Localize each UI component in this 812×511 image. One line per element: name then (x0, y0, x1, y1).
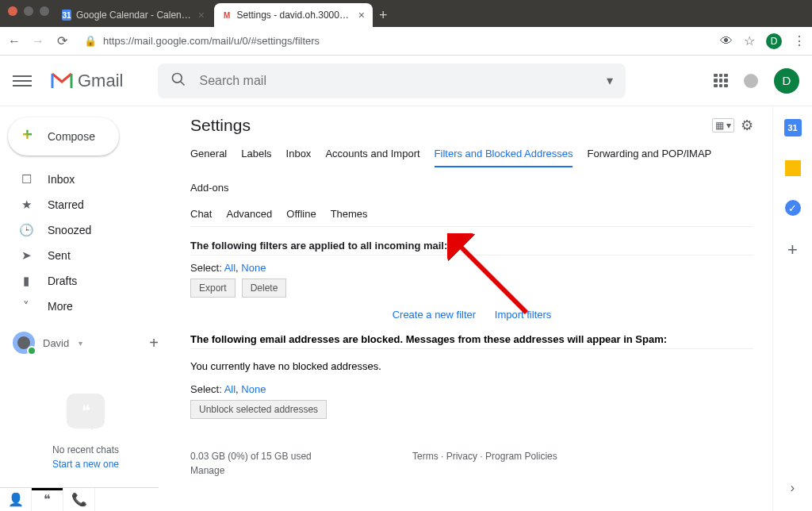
tab-inbox[interactable]: Inbox (286, 148, 312, 167)
hangouts-area: ❝ No recent chats Start a new one (0, 394, 171, 470)
select-all-link[interactable]: All (224, 262, 236, 274)
gear-icon[interactable]: ⚙ (741, 117, 753, 134)
select-none-link[interactable]: None (241, 262, 266, 274)
select-none-link[interactable]: None (241, 383, 266, 395)
settings-main: Settings ▦ ▾ ⚙ General Labels Inbox Acco… (171, 106, 772, 511)
calendar-addon-icon[interactable]: 31 (784, 119, 802, 136)
privacy-link[interactable]: Privacy (446, 451, 477, 462)
new-tab-button[interactable]: + (379, 7, 388, 27)
tab-filters[interactable]: Filters and Blocked Addresses (435, 148, 573, 167)
manage-storage-link[interactable]: Manage (190, 465, 312, 476)
compose-button[interactable]: Compose (8, 117, 119, 156)
select-row-blocked: Select: All, None (190, 383, 753, 395)
gmail-logo[interactable]: Gmail (51, 71, 123, 91)
hangouts-user-row[interactable]: David ▾ + (0, 324, 171, 362)
tab-general[interactable]: General (190, 148, 227, 167)
window-close-button[interactable] (8, 6, 17, 16)
tab-accounts[interactable]: Accounts and Import (325, 148, 419, 167)
tasks-addon-icon[interactable]: ✓ (785, 200, 801, 216)
hangouts-bubble-icon: ❝ (67, 394, 105, 428)
send-icon: ➤ (19, 248, 33, 263)
tab-close-icon[interactable]: × (358, 9, 365, 21)
browser-tab-gmail[interactable]: M Settings - david.oh.3000@gma × (214, 3, 373, 27)
tab-addons[interactable]: Add-ons (190, 182, 228, 200)
sidebar-item-drafts[interactable]: ▮Drafts (0, 268, 171, 294)
get-addons-plus-icon[interactable]: + (787, 240, 798, 260)
user-dropdown-caret-icon[interactable]: ▾ (79, 339, 82, 348)
search-input[interactable] (199, 74, 607, 88)
hamburger-menu-button[interactable] (13, 71, 32, 90)
keep-addon-icon[interactable] (785, 160, 801, 176)
export-button[interactable]: Export (190, 279, 236, 298)
sidebar-item-sent[interactable]: ➤Sent (0, 243, 171, 268)
tab-chat[interactable]: Chat (190, 208, 212, 226)
calendar-favicon: 31 (62, 10, 71, 21)
policies-link[interactable]: Program Policies (485, 451, 557, 462)
select-all-link[interactable]: All (224, 383, 236, 395)
contacts-tab-icon[interactable]: 👤 (0, 488, 32, 511)
hangouts-bottom-bar: 👤 ❝ 📞 (0, 487, 159, 511)
sidebar-item-label: More (48, 300, 73, 313)
hangouts-tab-icon[interactable]: ❝ (32, 488, 63, 511)
browser-tab-calendar[interactable]: 31 Google Calendar - Calendar sett × (54, 3, 213, 27)
phone-tab-icon[interactable]: 📞 (63, 488, 95, 511)
tab-title: Google Calendar - Calendar sett (76, 10, 193, 21)
svg-line-1 (181, 81, 185, 85)
drafts-icon: ▮ (19, 274, 33, 288)
back-button[interactable]: ← (6, 34, 22, 48)
unblock-button[interactable]: Unblock selected addresses (190, 400, 327, 419)
incognito-eye-icon[interactable]: 👁 (720, 34, 733, 48)
sidebar-item-snoozed[interactable]: 🕒Snoozed (0, 217, 171, 243)
gmail-header: Gmail ▾ D (0, 56, 812, 106)
import-filters-link[interactable]: Import filters (495, 309, 552, 321)
side-panel: 31 ✓ + › (772, 106, 812, 511)
browser-profile-avatar[interactable]: D (766, 33, 782, 49)
forward-button[interactable]: → (30, 34, 46, 48)
tab-offline[interactable]: Offline (286, 208, 316, 226)
no-blocked-text: You currently have no blocked addresses. (190, 360, 753, 372)
create-filter-link[interactable]: Create a new filter (393, 309, 477, 321)
url-text: https://mail.google.com/mail/u/0/#settin… (103, 35, 320, 47)
tab-labels[interactable]: Labels (241, 148, 271, 167)
apps-grid-icon[interactable] (714, 74, 728, 88)
filters-heading: The following filters are applied to all… (190, 240, 753, 252)
start-new-chat-link[interactable]: Start a new one (52, 459, 119, 470)
settings-title: Settings (190, 116, 251, 135)
sidebar-item-starred[interactable]: ★Starred (0, 192, 171, 217)
settings-tabs: General Labels Inbox Accounts and Import… (190, 148, 753, 200)
browser-menu-icon[interactable]: ⋮ (793, 33, 806, 48)
reload-button[interactable]: ⟳ (54, 33, 70, 48)
terms-link[interactable]: Terms (412, 451, 439, 462)
sidebar-item-label: Sent (48, 249, 71, 262)
sidebar-item-label: Drafts (48, 275, 77, 287)
window-minimize-button[interactable] (24, 6, 33, 16)
search-options-dropdown-icon[interactable]: ▾ (607, 73, 613, 88)
bookmark-star-icon[interactable]: ☆ (744, 33, 755, 48)
sidebar-item-label: Starred (48, 198, 84, 211)
tab-close-icon[interactable]: × (198, 9, 205, 21)
gmail-favicon: M (222, 10, 232, 21)
browser-toolbar: ← → ⟳ 🔒 https://mail.google.com/mail/u/0… (0, 27, 812, 56)
address-bar[interactable]: 🔒 https://mail.google.com/mail/u/0/#sett… (78, 35, 712, 47)
account-avatar[interactable]: D (774, 68, 799, 94)
gmail-brand-text: Gmail (78, 71, 123, 91)
tab-themes[interactable]: Themes (331, 208, 368, 226)
search-container: ▾ (158, 63, 626, 98)
search-icon[interactable] (170, 71, 186, 90)
notifications-icon[interactable] (744, 74, 758, 88)
svg-point-0 (173, 73, 182, 83)
new-conversation-plus-icon[interactable]: + (149, 334, 159, 352)
tab-title: Settings - david.oh.3000@gma (237, 10, 354, 21)
input-tools-icon[interactable]: ▦ ▾ (712, 118, 734, 133)
sidebar: Compose ☐Inbox ★Starred 🕒Snoozed ➤Sent ▮… (0, 106, 171, 511)
select-row: Select: All, None (190, 262, 753, 274)
tab-advanced[interactable]: Advanced (226, 208, 272, 226)
compose-label: Compose (48, 130, 95, 143)
sidebar-item-inbox[interactable]: ☐Inbox (0, 167, 171, 192)
svg-line-3 (455, 241, 527, 313)
hide-side-panel-icon[interactable]: › (791, 481, 795, 495)
sidebar-item-more[interactable]: ˅More (0, 294, 171, 319)
delete-button[interactable]: Delete (242, 279, 287, 298)
tab-forwarding[interactable]: Forwarding and POP/IMAP (587, 148, 711, 167)
window-maximize-button[interactable] (40, 6, 49, 16)
